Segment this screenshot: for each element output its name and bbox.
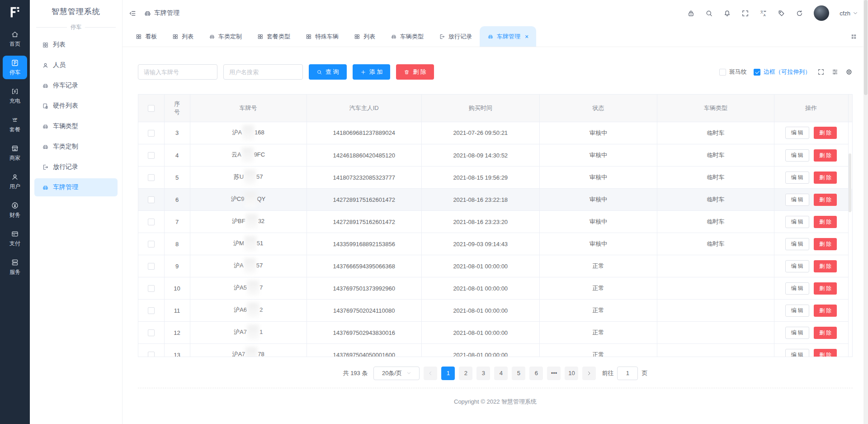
tab[interactable]: 车类定制 × (201, 26, 250, 47)
row-delete-button[interactable]: 删 除 (814, 349, 837, 357)
theme-icon[interactable] (778, 10, 785, 17)
edit-button[interactable]: 编 辑 (785, 260, 809, 272)
edit-button[interactable]: 编 辑 (785, 172, 809, 184)
rail-item[interactable]: 用户 (3, 170, 27, 193)
page-button[interactable]: 5 (512, 367, 525, 380)
row-checkbox[interactable] (148, 174, 155, 181)
row-checkbox[interactable] (148, 263, 155, 270)
tab[interactable]: 车辆类型 × (383, 26, 431, 47)
page-button[interactable]: 10 (565, 367, 578, 380)
prev-page-button[interactable] (424, 367, 437, 380)
bell-icon[interactable] (723, 10, 731, 17)
gear-icon[interactable] (845, 68, 853, 76)
app-logo[interactable] (8, 0, 22, 24)
sidebar-item[interactable]: 列表 (34, 36, 118, 54)
user-menu[interactable]: cfzh (840, 10, 858, 17)
zebra-checkbox-group[interactable]: 斑马纹 (719, 68, 747, 76)
breadcrumb[interactable]: 车牌管理 (144, 9, 179, 17)
sidebar-item[interactable]: 车类定制 (34, 138, 118, 156)
row-checkbox[interactable] (148, 329, 155, 336)
close-icon[interactable]: × (525, 33, 528, 40)
tab-options-grid-icon[interactable] (850, 33, 857, 40)
row-checkbox[interactable] (148, 352, 155, 356)
tab[interactable]: 套餐类型 × (250, 26, 298, 47)
sidebar-item[interactable]: 车辆类型 (34, 117, 118, 135)
sidebar-item[interactable]: 停车记录 (34, 76, 118, 95)
row-checkbox[interactable] (148, 152, 155, 159)
window-scrollbar[interactable] (863, 0, 868, 424)
row-checkbox[interactable] (148, 196, 155, 203)
tab[interactable]: 列表 × (346, 26, 383, 47)
window-scrollbar-thumb[interactable] (864, 0, 868, 95)
rail-item[interactable]: 支付 (3, 227, 27, 250)
delete-button[interactable]: 删 除 (396, 64, 434, 80)
select-all-checkbox[interactable] (148, 105, 155, 112)
row-delete-button[interactable]: 删 除 (814, 282, 837, 295)
translate-icon[interactable]: 文A (760, 10, 767, 17)
edit-button[interactable]: 编 辑 (785, 349, 809, 357)
rail-item[interactable]: 商家 (3, 141, 27, 165)
edit-button[interactable]: 编 辑 (785, 305, 809, 317)
page-button[interactable]: ••• (547, 367, 561, 380)
edit-button[interactable]: 编 辑 (785, 127, 809, 139)
edit-button[interactable]: 编 辑 (785, 282, 809, 295)
page-button[interactable]: 1 (441, 367, 455, 380)
sidebar-item[interactable]: 硬件列表 (34, 97, 118, 115)
rail-item[interactable]: 停车 (3, 56, 27, 79)
row-delete-button[interactable]: 删 除 (814, 305, 837, 317)
tab[interactable]: 特殊车辆 × (298, 26, 346, 47)
rail-item[interactable]: VIP 套餐 (3, 113, 27, 136)
row-delete-button[interactable]: 删 除 (814, 172, 837, 184)
goto-page-input[interactable] (617, 367, 638, 380)
refresh-icon[interactable] (796, 10, 803, 17)
row-checkbox[interactable] (148, 285, 155, 292)
zebra-checkbox[interactable] (719, 69, 726, 76)
row-delete-button[interactable]: 删 除 (814, 194, 837, 206)
username-search-input[interactable] (223, 64, 303, 80)
border-checkbox[interactable] (754, 69, 760, 76)
row-checkbox[interactable] (148, 219, 155, 225)
sidebar-item[interactable]: 放行记录 (34, 158, 118, 176)
search-button[interactable]: 查 询 (309, 64, 347, 80)
page-button[interactable]: 3 (476, 367, 490, 380)
row-delete-button[interactable]: 删 除 (814, 260, 837, 272)
edit-button[interactable]: 编 辑 (785, 194, 809, 206)
row-delete-button[interactable]: 删 除 (814, 149, 837, 162)
rail-item[interactable]: 充电 (3, 84, 27, 108)
avatar[interactable] (814, 5, 829, 21)
page-button[interactable]: 4 (494, 367, 508, 380)
rail-item[interactable]: 首页 (3, 27, 27, 51)
rail-item[interactable]: 服务 (3, 255, 27, 279)
row-delete-button[interactable]: 删 除 (814, 216, 837, 228)
edit-button[interactable]: 编 辑 (785, 238, 809, 250)
tab[interactable]: 车牌管理 × (480, 26, 536, 47)
collapse-sidebar-icon[interactable] (129, 10, 137, 17)
plate-search-input[interactable] (138, 64, 217, 80)
add-button[interactable]: 添 加 (353, 64, 391, 80)
sidebar-item[interactable]: 人员 (34, 56, 118, 74)
page-button[interactable]: 2 (459, 367, 472, 380)
row-checkbox[interactable] (148, 307, 155, 314)
tab[interactable]: 放行记录 × (431, 26, 480, 47)
page-size-select[interactable]: 20条/页 (373, 367, 420, 380)
rail-item[interactable]: 财务 (3, 198, 27, 222)
search-icon[interactable] (705, 10, 713, 17)
fullscreen-icon[interactable] (741, 10, 749, 17)
next-page-button[interactable] (582, 367, 596, 380)
page-button[interactable]: 6 (529, 367, 543, 380)
tab[interactable]: 看板 × (128, 26, 165, 47)
row-delete-button[interactable]: 删 除 (814, 127, 837, 139)
lock-icon[interactable] (687, 10, 695, 17)
column-settings-icon[interactable] (831, 68, 839, 76)
table-scrollbar-thumb[interactable] (849, 153, 851, 212)
row-checkbox[interactable] (148, 130, 155, 137)
fullscreen-icon[interactable] (817, 68, 825, 76)
sidebar-item[interactable]: 车牌管理 (34, 178, 118, 196)
edit-button[interactable]: 编 辑 (785, 149, 809, 162)
tab[interactable]: 列表 × (165, 26, 201, 47)
edit-button[interactable]: 编 辑 (785, 327, 809, 339)
row-delete-button[interactable]: 删 除 (814, 327, 837, 339)
row-delete-button[interactable]: 删 除 (814, 238, 837, 250)
row-checkbox[interactable] (148, 241, 155, 248)
border-checkbox-group[interactable]: 边框（可拉伸列） (754, 68, 811, 76)
